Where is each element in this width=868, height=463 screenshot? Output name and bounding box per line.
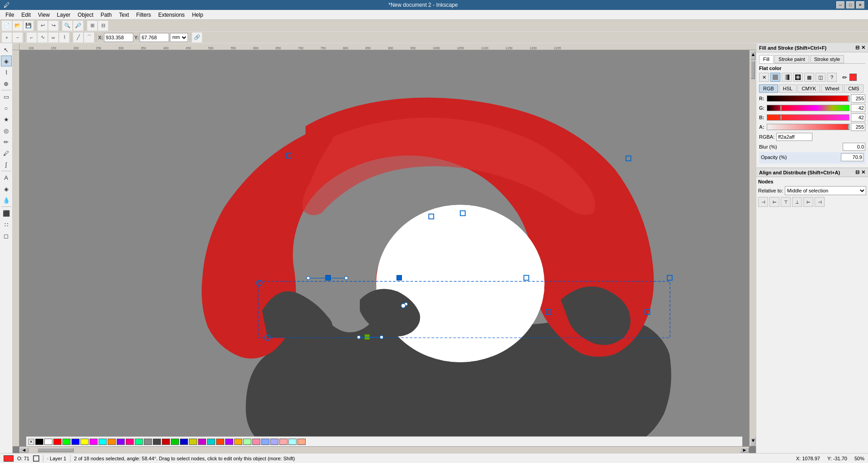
edit-fill-icon[interactable]: ✏: [842, 74, 847, 81]
opacity-input[interactable]: [841, 153, 863, 161]
hscroll-left[interactable]: ◄: [19, 448, 28, 453]
color-swatch-16[interactable]: [180, 439, 188, 445]
node-smooth-button[interactable]: ∿: [38, 33, 47, 42]
redo-button[interactable]: ↪: [48, 21, 58, 31]
x-input[interactable]: [104, 33, 133, 42]
handle-green-pt-2[interactable]: [380, 336, 383, 339]
color-swatch-11[interactable]: [135, 439, 143, 445]
color-swatch-23[interactable]: [243, 439, 251, 445]
panel-collapse-icon[interactable]: ⊟: [855, 45, 859, 51]
rgba-hex-input[interactable]: [776, 133, 812, 141]
align-nodes-bottom[interactable]: ⊣: [815, 197, 825, 207]
new-button[interactable]: 📄: [2, 21, 12, 31]
undo-button[interactable]: ↩: [38, 21, 47, 31]
cms-tab[interactable]: CMS: [844, 84, 863, 93]
rectangle-tool[interactable]: ▭: [1, 91, 12, 102]
unit-select[interactable]: mm px pt: [170, 33, 188, 42]
color-swatch-26[interactable]: [270, 439, 278, 445]
color-swatch-24[interactable]: [252, 439, 260, 445]
menu-item-help[interactable]: Help: [189, 11, 207, 19]
calligraphy-tool[interactable]: ∫: [1, 159, 12, 170]
align-panel-close-icon[interactable]: ✕: [861, 169, 865, 175]
color-swatch-25[interactable]: [261, 439, 269, 445]
color-swatch-28[interactable]: [288, 439, 297, 445]
stroke-style-tab[interactable]: Stroke style: [810, 55, 844, 63]
menu-item-view[interactable]: View: [34, 11, 53, 19]
star-tool[interactable]: ★: [1, 114, 12, 125]
color-swatch-7[interactable]: [99, 439, 107, 445]
a-slider[interactable]: [767, 124, 849, 130]
handle-point-2[interactable]: [344, 276, 348, 280]
color-swatch-29[interactable]: [297, 439, 306, 445]
vscroll-thumb[interactable]: [751, 61, 755, 79]
color-swatch-9[interactable]: [117, 439, 125, 445]
y-input[interactable]: [140, 33, 169, 42]
color-swatch-12[interactable]: [144, 439, 152, 445]
zoom-tool[interactable]: ⊕: [1, 78, 12, 89]
color-swatch-3[interactable]: [62, 439, 71, 445]
eraser-tool[interactable]: ◻: [1, 230, 12, 241]
open-button[interactable]: 📂: [13, 21, 23, 31]
pencil-tool[interactable]: ✏: [1, 136, 12, 147]
linear-gradient-btn[interactable]: [782, 73, 792, 82]
color-swatch-4[interactable]: [71, 439, 80, 445]
stroke-indicator[interactable]: [33, 455, 39, 462]
color-swatch-27[interactable]: [279, 439, 288, 445]
align-panel-header-icons[interactable]: ⊟ ✕: [855, 169, 865, 175]
ellipse-tool[interactable]: ○: [1, 103, 12, 113]
b-value-input[interactable]: [851, 113, 865, 122]
node-2[interactable]: [397, 276, 402, 281]
color-swatch-17[interactable]: [189, 439, 197, 445]
g-slider[interactable]: [767, 105, 849, 111]
drawing-canvas[interactable]: [19, 50, 749, 446]
horizontal-scrollbar[interactable]: ◄ ►: [19, 446, 749, 453]
hscroll-track[interactable]: [28, 448, 740, 453]
lock-button[interactable]: 🔗: [192, 33, 202, 42]
tweak-tool[interactable]: ⌇: [1, 67, 12, 78]
color-swatch-0[interactable]: [35, 439, 43, 445]
dropper-tool[interactable]: 💧: [1, 195, 12, 206]
color-swatch-10[interactable]: [126, 439, 134, 445]
relative-to-select[interactable]: Middle of selection First selected Last …: [785, 186, 866, 195]
color-swatch-19[interactable]: [207, 439, 215, 445]
menu-item-path[interactable]: Path: [97, 11, 116, 19]
handle-green-pt-1[interactable]: [357, 336, 360, 339]
panel-close-icon[interactable]: ✕: [861, 45, 865, 51]
window-controls[interactable]: ─ □ ✕: [836, 1, 864, 9]
color-swatch-21[interactable]: [225, 439, 233, 445]
color-swatch-6[interactable]: [90, 439, 98, 445]
vscroll-track[interactable]: [750, 60, 755, 437]
selector-tool[interactable]: ↖: [1, 44, 12, 55]
r-value-input[interactable]: [851, 94, 865, 103]
align-nodes-center-h[interactable]: ⊢: [769, 197, 779, 207]
add-node-button[interactable]: +: [2, 33, 12, 42]
segment-curve-button[interactable]: ⌒: [84, 33, 94, 42]
blur-input[interactable]: [843, 143, 865, 151]
pen-tool[interactable]: 🖊: [1, 148, 12, 159]
snap-button[interactable]: ⊞: [87, 21, 97, 31]
b-slider[interactable]: [767, 114, 849, 121]
color-swatch-20[interactable]: [216, 439, 224, 445]
handle-point-1[interactable]: [307, 276, 310, 280]
r-slider[interactable]: [767, 95, 849, 102]
cmyk-tab[interactable]: CMYK: [797, 84, 820, 93]
center-node[interactable]: [401, 304, 406, 308]
color-swatch-22[interactable]: [234, 439, 242, 445]
no-color-swatch[interactable]: ✕: [28, 439, 34, 445]
color-swatch-2[interactable]: [53, 439, 61, 445]
spray-tool[interactable]: ∷: [1, 219, 12, 230]
menu-item-edit[interactable]: Edit: [18, 11, 34, 19]
grid-button[interactable]: ⊟: [98, 21, 108, 31]
flat-color-btn[interactable]: [770, 73, 780, 82]
color-swatch-18[interactable]: [198, 439, 206, 445]
color-swatch-14[interactable]: [162, 439, 170, 445]
menu-item-layer[interactable]: Layer: [53, 11, 74, 19]
swatch-btn[interactable]: ◫: [816, 73, 826, 82]
vscroll-up[interactable]: ▲: [750, 51, 755, 60]
canvas-viewport[interactable]: ✕: [19, 50, 749, 446]
align-nodes-right[interactable]: ⊤: [781, 197, 791, 207]
no-color-btn[interactable]: ✕: [759, 73, 769, 82]
menu-item-filters[interactable]: Filters: [132, 11, 155, 19]
node-auto-button[interactable]: ⌇: [59, 33, 69, 42]
menu-item-text[interactable]: Text: [115, 11, 132, 19]
